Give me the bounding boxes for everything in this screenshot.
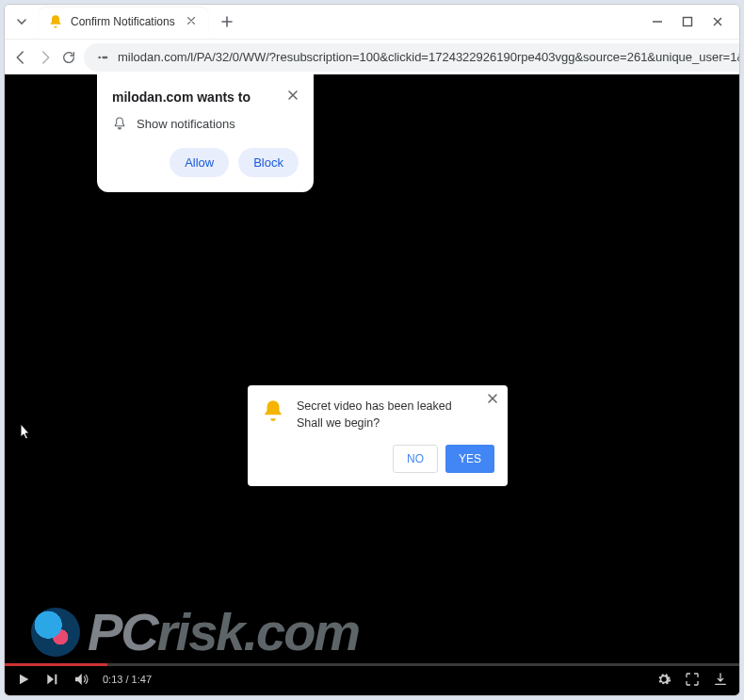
- volume-button[interactable]: [73, 671, 89, 688]
- page-content: milodan.com wants to Show notifications …: [5, 74, 739, 695]
- svg-rect-0: [684, 18, 692, 26]
- no-button[interactable]: NO: [393, 445, 438, 473]
- dialog-close-button[interactable]: [487, 393, 498, 404]
- fullscreen-button[interactable]: [685, 672, 700, 687]
- forward-button[interactable]: [37, 44, 54, 71]
- permission-text: Show notifications: [137, 117, 235, 131]
- time-display: 0:13 / 1:47: [103, 674, 152, 685]
- browser-tab[interactable]: Confirm Notifications: [39, 8, 208, 36]
- title-bar: Confirm Notifications: [5, 5, 739, 39]
- permission-close-button[interactable]: [287, 90, 299, 101]
- yes-button[interactable]: YES: [445, 445, 494, 473]
- bell-icon: [48, 14, 63, 29]
- chevron-down-icon: [16, 16, 27, 27]
- minimize-button[interactable]: [651, 15, 664, 28]
- url-text: milodan.com/l/PA/32/0/WW/?resubscription…: [118, 50, 740, 64]
- tab-title: Confirm Notifications: [71, 15, 182, 28]
- next-button[interactable]: [44, 672, 59, 687]
- watermark-logo-icon: [31, 608, 80, 657]
- tab-search-button[interactable]: [10, 10, 33, 33]
- bell-outline-icon: [112, 116, 127, 131]
- tab-close-button[interactable]: [186, 15, 199, 28]
- dialog-line2: Shall we begin?: [297, 415, 452, 432]
- new-tab-button[interactable]: [214, 8, 240, 35]
- block-button[interactable]: Block: [238, 148, 299, 177]
- permission-popup: milodan.com wants to Show notifications …: [97, 74, 314, 192]
- back-button[interactable]: [12, 44, 29, 71]
- video-player-controls: 0:13 / 1:47: [5, 663, 739, 695]
- toolbar: milodan.com/l/PA/32/0/WW/?resubscription…: [5, 39, 739, 74]
- settings-button[interactable]: [656, 672, 671, 687]
- address-bar[interactable]: milodan.com/l/PA/32/0/WW/?resubscription…: [84, 43, 740, 72]
- maximize-button[interactable]: [681, 15, 694, 28]
- reload-button[interactable]: [61, 44, 76, 71]
- close-window-button[interactable]: [711, 15, 724, 28]
- browser-window: Confirm Notifications milodan.com/l/PA/3…: [4, 4, 740, 696]
- svg-point-1: [98, 56, 101, 58]
- svg-rect-2: [102, 56, 107, 58]
- download-button[interactable]: [713, 672, 728, 687]
- permission-site-label: milodan.com wants to: [112, 90, 251, 105]
- watermark-text: PCrisk.com: [88, 601, 359, 662]
- bell-icon: [261, 399, 285, 423]
- site-info-icon[interactable]: [95, 50, 110, 65]
- dialog-message: Secret video has been leaked Shall we be…: [297, 399, 452, 431]
- play-button[interactable]: [16, 672, 31, 687]
- dialog-line1: Secret video has been leaked: [297, 399, 452, 415]
- window-controls: [651, 5, 734, 39]
- allow-button[interactable]: Allow: [170, 148, 229, 177]
- page-notification-dialog: Secret video has been leaked Shall we be…: [248, 385, 508, 486]
- progress-bar[interactable]: [5, 663, 739, 666]
- watermark: PCrisk.com: [31, 601, 359, 662]
- cursor-icon: [20, 423, 33, 442]
